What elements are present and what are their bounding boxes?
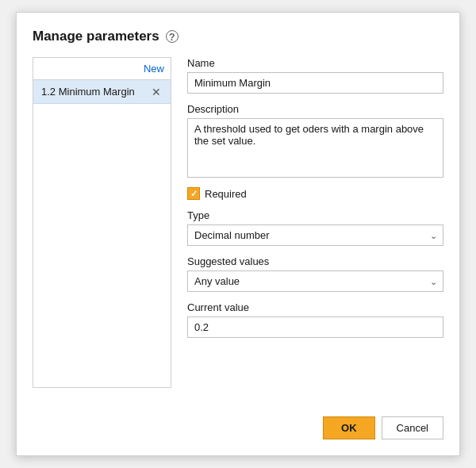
type-field-group: Type Decimal number ⌄: [187, 209, 443, 246]
new-parameter-button[interactable]: New: [144, 63, 164, 75]
checkmark-icon: ✓: [190, 190, 198, 198]
type-select[interactable]: Decimal number: [187, 224, 443, 246]
suggested-values-select[interactable]: Any value: [187, 270, 443, 292]
list-item[interactable]: 1.2 Minimum Margin ✕: [33, 80, 171, 104]
dialog-body: New 1.2 Minimum Margin ✕ Name Descriptio…: [33, 57, 443, 388]
required-checkbox[interactable]: ✓ Required: [187, 187, 247, 200]
left-panel-header: New: [33, 58, 171, 80]
close-icon[interactable]: ✕: [150, 86, 163, 98]
left-panel: New 1.2 Minimum Margin ✕: [33, 57, 171, 388]
type-label: Type: [187, 209, 443, 221]
dialog-footer: OK Cancel: [33, 407, 443, 439]
cancel-button[interactable]: Cancel: [382, 416, 443, 439]
param-item-label: 1.2 Minimum Margin: [41, 86, 135, 98]
suggested-values-select-wrapper: Any value ⌄: [187, 270, 443, 292]
required-label: Required: [205, 188, 247, 200]
name-field-group: Name: [187, 57, 443, 94]
ok-button[interactable]: OK: [323, 416, 375, 439]
name-label: Name: [187, 57, 443, 69]
dialog-header: Manage parameters ?: [33, 29, 443, 44]
required-row: ✓ Required: [187, 187, 443, 200]
type-select-wrapper: Decimal number ⌄: [187, 224, 443, 246]
dialog-title: Manage parameters: [33, 29, 159, 44]
description-textarea[interactable]: A threshold used to get oders with a mar…: [187, 118, 443, 178]
manage-parameters-dialog: Manage parameters ? New 1.2 Minimum Marg…: [16, 12, 460, 456]
name-input[interactable]: [187, 72, 443, 94]
checkbox-icon: ✓: [187, 187, 200, 200]
current-value-field-group: Current value: [187, 301, 443, 338]
suggested-values-label: Suggested values: [187, 255, 443, 267]
suggested-values-field-group: Suggested values Any value ⌄: [187, 255, 443, 292]
current-value-input[interactable]: [187, 316, 443, 338]
right-panel: Name Description A threshold used to get…: [171, 57, 443, 388]
current-value-label: Current value: [187, 301, 443, 313]
description-label: Description: [187, 103, 443, 115]
description-field-group: Description A threshold used to get oder…: [187, 103, 443, 178]
help-icon[interactable]: ?: [166, 30, 178, 43]
